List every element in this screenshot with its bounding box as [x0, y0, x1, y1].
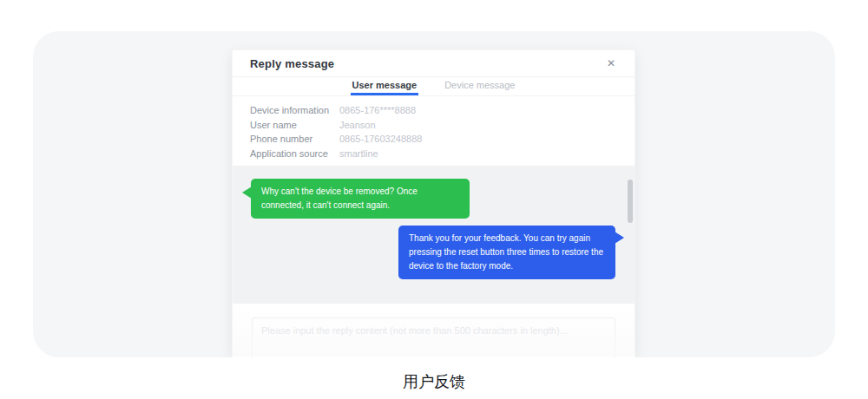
reply-input-panel: [233, 304, 635, 357]
bubble-tail-left: [242, 186, 252, 199]
info-label: Application source: [250, 148, 339, 159]
tab-user-message-label: User message: [352, 80, 418, 90]
reply-chat-bubble-text: Thank you for your feedback. You can try…: [409, 233, 603, 271]
tab-device-message[interactable]: Device message: [443, 77, 516, 95]
bubble-tail-right: [615, 232, 624, 244]
chat-history-area: Why can't the device be removed? Once co…: [233, 166, 635, 304]
info-row-application-source: Application source smartline: [250, 147, 617, 161]
chat-scrollbar-thumb[interactable]: [628, 180, 633, 223]
message-tabs: User message Device message: [233, 77, 635, 96]
page-caption: 用户反馈: [0, 371, 868, 392]
feedback-stage: Reply message ✕ User message Device mess…: [33, 31, 835, 357]
close-icon[interactable]: ✕: [605, 56, 617, 70]
reply-chat-bubble: Thank you for your feedback. You can try…: [398, 226, 615, 279]
info-label: User name: [250, 120, 339, 130]
tab-user-message[interactable]: User message: [351, 77, 419, 95]
info-row-phone-number: Phone number 0865-17603248888: [250, 132, 617, 147]
dialog-title: Reply message: [250, 57, 334, 70]
info-value: 0865-176****8888: [339, 105, 416, 115]
user-chat-bubble: Why can't the device be removed? Once co…: [251, 179, 470, 219]
info-row-device-information: Device information 0865-176****8888: [250, 103, 617, 118]
info-row-user-name: User name Jeanson: [250, 118, 617, 133]
user-chat-bubble-text: Why can't the device be removed? Once co…: [261, 186, 418, 210]
user-info-section: Device information 0865-176****8888 User…: [233, 96, 635, 166]
info-label: Device information: [250, 105, 339, 115]
reply-message-dialog: Reply message ✕ User message Device mess…: [232, 49, 635, 357]
tab-device-message-label: Device message: [444, 80, 515, 90]
reply-content-input[interactable]: [252, 317, 615, 357]
info-label: Phone number: [250, 134, 339, 144]
info-value: 0865-17603248888: [339, 134, 422, 144]
info-value: Jeanson: [339, 120, 376, 130]
info-value: smartline: [339, 148, 378, 159]
dialog-header: Reply message ✕: [233, 50, 635, 77]
